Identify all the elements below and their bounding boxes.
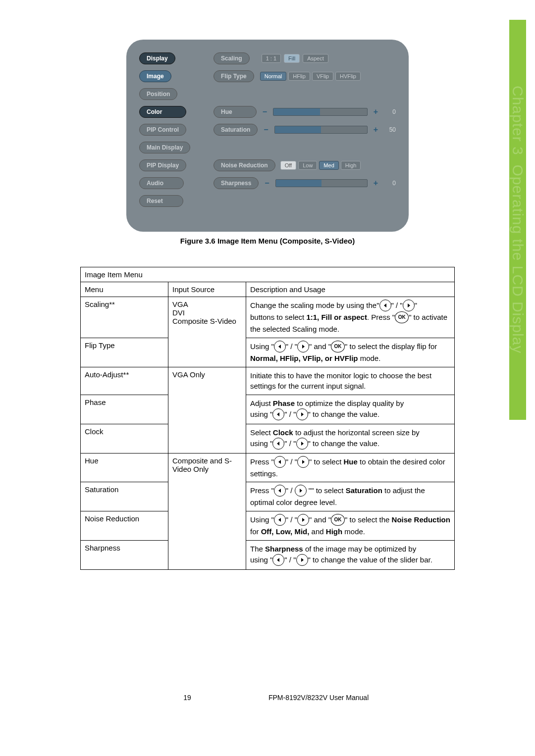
right-arrow-icon (297, 456, 309, 468)
osd-menu-color: Color (139, 106, 186, 118)
svg-marker-8 (278, 460, 281, 464)
svg-marker-2 (278, 345, 281, 349)
hue-slider (273, 108, 368, 116)
cell-desc: Select Clock to adjust the horizontal sc… (246, 424, 455, 453)
osd-label-scaling: Scaling (214, 52, 250, 64)
cell-menu: Auto-Adjust** (81, 367, 168, 395)
left-arrow-icon (379, 300, 391, 311)
nr-opt-med: Med (319, 161, 338, 170)
left-arrow-icon (272, 438, 284, 450)
osd-menu-pipdisplay: PIP Display (139, 159, 186, 171)
osd-label-hue: Hue (214, 106, 257, 118)
svg-marker-0 (384, 303, 386, 307)
table-row: Noise Reduction Using "" / "" and "OK" t… (81, 511, 455, 541)
cell-desc: Using "" / "" and "OK" to select the dis… (246, 338, 455, 367)
osd-label-noisereduction: Noise Reduction (214, 159, 275, 171)
hue-value: 0 (384, 108, 396, 115)
chapter-title-text: Operating the LCD Display (510, 165, 526, 354)
cell-menu: Flip Type (81, 338, 168, 367)
image-item-menu-table: Image Item Menu Menu Input Source Descri… (80, 267, 455, 570)
table-row: Saturation Press "" / "" to select Satur… (81, 482, 455, 511)
plus-icon: + (371, 125, 381, 134)
chapter-side-tab: Chapter 3 Operating the LCD Display (509, 20, 526, 420)
table-row: Scaling** VGADVIComposite S-Video Change… (81, 297, 455, 338)
nr-opt-low: Low (298, 161, 317, 170)
nr-opt-high: High (341, 161, 361, 170)
cell-menu: Saturation (81, 482, 168, 511)
ok-icon: OK (331, 341, 345, 353)
ok-icon: OK (331, 514, 345, 526)
cell-desc: Press "" / "" to select Hue to obtain th… (246, 453, 455, 482)
minus-icon: − (260, 107, 270, 116)
svg-marker-14 (277, 558, 279, 562)
minus-icon: − (262, 179, 272, 188)
cell-input: VGADVIComposite S-Video (168, 297, 246, 367)
table-row: Clock Select Clock to adjust the horizon… (81, 424, 455, 453)
osd-menu-maindisplay: Main Display (139, 142, 190, 153)
svg-marker-5 (301, 412, 304, 416)
cell-menu: Phase (81, 395, 168, 424)
left-arrow-icon (274, 341, 286, 353)
osd-menu-audio: Audio (139, 177, 184, 189)
cell-desc: Press "" / "" to select Saturation to ad… (246, 482, 455, 511)
manual-name: FPM-8192V/8232V User Manual (268, 694, 427, 702)
svg-marker-11 (300, 489, 302, 493)
left-arrow-icon (272, 408, 284, 420)
table-row: Flip Type Using "" / "" and "OK" to sele… (81, 338, 455, 367)
cell-menu: Noise Reduction (81, 511, 168, 541)
table-title: Image Item Menu (81, 267, 455, 282)
sharpness-slider (275, 179, 368, 187)
osd-label-fliptype: Flip Type (214, 70, 254, 82)
osd-menu-position: Position (139, 88, 177, 100)
left-arrow-icon (272, 554, 284, 566)
left-arrow-icon (274, 485, 286, 497)
minus-icon: − (261, 125, 271, 134)
cell-menu: Hue (81, 453, 168, 482)
osd-menu-image: Image (139, 70, 171, 82)
cell-menu: Scaling** (81, 297, 168, 338)
flip-opt-normal: Normal (260, 72, 286, 81)
right-arrow-icon (296, 408, 308, 420)
osd-label-sharpness: Sharpness (214, 177, 259, 189)
right-arrow-icon (297, 341, 309, 353)
right-arrow-icon (403, 300, 415, 311)
scaling-opt-aspect: Aspect (303, 54, 328, 63)
cell-desc: Initiate this to have the monitor logic … (246, 367, 455, 395)
cell-menu: Sharpness (81, 541, 168, 570)
table-row: Auto-Adjust** VGA Only Initiate this to … (81, 367, 455, 395)
cell-desc: Adjust Phase to optimize the display qua… (246, 395, 455, 424)
flip-opt-vflip: VFlip (312, 72, 333, 81)
plus-icon: + (371, 179, 381, 188)
sharpness-value: 0 (384, 180, 396, 187)
cell-menu: Clock (81, 424, 168, 453)
osd-menu-pipcontrol: PIP Control (139, 124, 186, 136)
osd-panel: Display Scaling 1 : 1 Fill Aspect Image … (126, 40, 409, 232)
col-desc: Description and Usage (246, 282, 455, 297)
svg-marker-13 (302, 518, 305, 522)
col-input: Input Source (168, 282, 246, 297)
saturation-value: 50 (384, 126, 396, 133)
table-row: Sharpness The Sharpness of the image may… (81, 541, 455, 570)
page-number: 19 (108, 694, 267, 702)
svg-marker-4 (277, 412, 279, 416)
cell-desc: The Sharpness of the image may be optimi… (246, 541, 455, 570)
right-arrow-icon (296, 554, 308, 566)
flip-opt-hvflip: HVFlip (335, 72, 361, 81)
svg-marker-15 (301, 558, 304, 562)
left-arrow-icon (274, 456, 286, 468)
col-menu: Menu (81, 282, 168, 297)
svg-marker-6 (277, 442, 279, 446)
svg-marker-3 (302, 345, 305, 349)
svg-marker-10 (278, 489, 281, 493)
osd-menu-display: Display (139, 52, 175, 64)
nr-opt-off: Off (280, 161, 296, 170)
cell-desc: Change the scaling mode by using the"" /… (246, 297, 455, 338)
saturation-slider (274, 126, 368, 134)
svg-marker-1 (408, 303, 410, 307)
ok-icon: OK (395, 311, 409, 323)
chapter-number-text: Chapter 3 (510, 86, 526, 155)
table-row: Hue Composite and S-Video Only Press "" … (81, 453, 455, 482)
left-arrow-icon (274, 514, 286, 526)
svg-marker-12 (278, 518, 281, 522)
scaling-opt-1to1: 1 : 1 (262, 54, 281, 63)
